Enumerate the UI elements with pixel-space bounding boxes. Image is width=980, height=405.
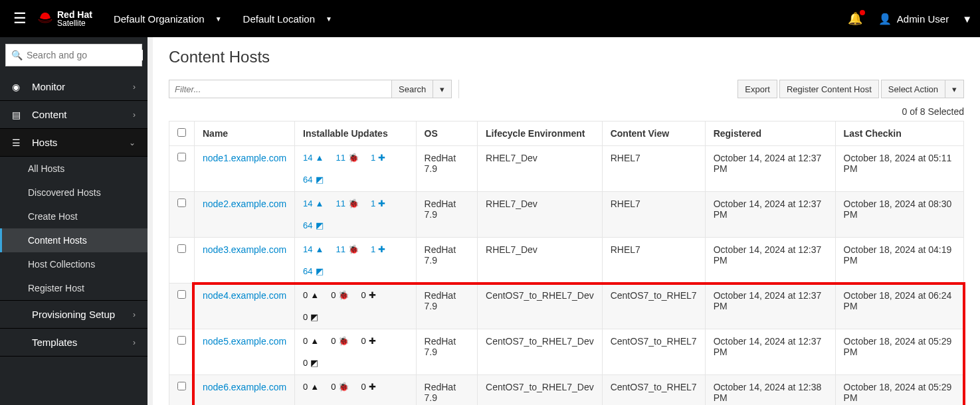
host-link[interactable]: node6.example.com [203,382,286,392]
nav-content-hosts[interactable]: Content Hosts [0,228,147,252]
bug-icon: 🐞 [348,153,359,163]
bugfix-updates[interactable]: 11 🐞 [336,199,358,208]
nav-provisioning[interactable]: Provisioning Setup › [0,300,147,329]
package-updates[interactable]: 64 ◩ [303,220,408,230]
enhancement-updates[interactable]: 1 ✚ [371,153,385,163]
cell-registered: October 14, 2024 at 12:37 PM [705,146,835,192]
nav-discovered-hosts[interactable]: Discovered Hosts [0,181,147,204]
dashboard-icon: ◉ [12,82,25,92]
cell-lifecycle: RHEL7_Dev [478,192,603,238]
notification-dot-icon [860,10,865,15]
register-content-host-button[interactable]: Register Content Host [779,80,879,98]
nav-create-host[interactable]: Create Host [0,204,147,228]
col-registered[interactable]: Registered [705,121,835,146]
filter-input[interactable] [169,80,392,98]
bugfix-updates[interactable]: 11 🐞 [336,153,358,163]
nav-templates[interactable]: Templates › [0,329,147,357]
package-updates[interactable]: 0 ◩ [303,312,408,322]
enhancement-updates[interactable]: 0 ✚ [361,336,375,346]
col-content-view[interactable]: Content View [602,121,705,146]
search-button[interactable]: Search [391,80,433,98]
nav-hosts[interactable]: ☰ Hosts ⌄ [0,129,147,157]
enhancement-updates[interactable]: 1 ✚ [371,199,385,208]
host-link[interactable]: node1.example.com [203,153,286,163]
user-menu-dropdown[interactable]: 👤 Admin User ▼ [878,13,972,25]
nav-register-host[interactable]: Register Host [0,276,147,300]
col-os[interactable]: OS [416,121,477,146]
table-row: node1.example.com14 ▲11 🐞1 ✚64 ◩RedHat 7… [169,146,964,192]
host-link[interactable]: node5.example.com [203,336,286,347]
row-checkbox[interactable] [177,336,186,345]
cell-content-view: CentOS7_to_RHEL7 [602,329,705,375]
cell-content-view: RHEL7 [602,146,705,192]
package-updates[interactable]: 0 ◩ [303,358,408,368]
cell-os: RedHat 7.9 [416,238,477,284]
bugfix-updates[interactable]: 0 🐞 [331,336,349,346]
security-updates[interactable]: 0 ▲ [303,336,319,346]
col-installable[interactable]: Installable Updates [295,121,417,146]
security-updates[interactable]: 14 ▲ [303,199,324,208]
warning-icon: ▲ [310,382,319,392]
location-context-label: Default Location [243,13,315,25]
toolbar-divider [458,80,459,98]
selection-count: 0 of 8 Selected [169,106,964,117]
page-title: Content Hosts [169,48,964,66]
server-icon: ☰ [12,137,25,148]
search-dropdown-button[interactable]: ▾ [433,80,452,98]
security-updates[interactable]: 0 ▲ [303,290,319,300]
cell-last-checkin: October 18, 2024 at 04:19 PM [835,238,963,284]
plus-square-icon: ✚ [369,336,376,346]
package-updates[interactable]: 64 ◩ [303,266,408,276]
sidebar: 🔍 ◉ Monitor › ▤ Content › ☰ Hosts ⌄ All … [0,37,153,405]
col-last-checkin[interactable]: Last Checkin [835,121,963,146]
enhancement-updates[interactable]: 1 ✚ [371,244,385,254]
enhancement-updates[interactable]: 0 ✚ [361,290,375,300]
user-name: Admin User [897,13,949,25]
col-name[interactable]: Name [195,121,295,146]
cell-registered: October 14, 2024 at 12:37 PM [705,238,835,284]
host-link[interactable]: node3.example.com [203,244,286,255]
row-checkbox[interactable] [177,290,186,299]
row-checkbox[interactable] [177,199,186,207]
col-lifecycle[interactable]: Lifecycle Environment [478,121,603,146]
global-search[interactable]: 🔍 [5,44,142,66]
host-link[interactable]: node2.example.com [203,199,286,209]
select-action-button[interactable]: Select Action [881,80,945,98]
select-all-checkbox[interactable] [177,128,186,137]
bug-icon: 🐞 [338,336,349,346]
bugfix-updates[interactable]: 0 🐞 [331,290,349,300]
table-row: node6.example.com0 ▲0 🐞0 ✚0 ◩RedHat 7.9C… [169,375,964,406]
security-updates[interactable]: 14 ▲ [303,244,324,254]
caret-down-icon: ▼ [326,15,332,23]
bugfix-updates[interactable]: 11 🐞 [336,244,358,254]
row-checkbox[interactable] [177,382,186,390]
nav-content[interactable]: ▤ Content › [0,101,147,129]
menu-toggle-icon[interactable]: ☰ [8,5,32,33]
security-updates[interactable]: 0 ▲ [303,382,319,392]
chevron-down-icon: ⌄ [129,138,136,147]
notifications-icon[interactable]: 🔔 [848,11,862,26]
nav-monitor[interactable]: ◉ Monitor › [0,73,147,101]
security-updates[interactable]: 14 ▲ [303,153,324,163]
chevron-right-icon: › [133,310,136,319]
package-updates[interactable]: 64 ◩ [303,175,408,185]
plus-square-icon: ✚ [378,199,385,208]
export-button[interactable]: Export [737,80,777,98]
row-checkbox[interactable] [177,244,186,253]
cell-lifecycle: CentOS7_to_RHEL7_Dev [478,329,603,375]
cell-content-view: CentOS7_to_RHEL7 [602,375,705,406]
user-icon: 👤 [878,13,892,25]
org-context-dropdown[interactable]: Default Organization ▼ [114,13,222,25]
row-checkbox[interactable] [177,153,186,161]
plus-square-icon: ✚ [378,244,385,254]
search-input[interactable] [27,50,143,60]
bugfix-updates[interactable]: 0 🐞 [331,382,349,392]
enhancement-updates[interactable]: 0 ✚ [361,382,375,392]
nav-host-collections[interactable]: Host Collections [0,252,147,276]
select-action-dropdown-button[interactable]: ▾ [945,80,964,98]
location-context-dropdown[interactable]: Default Location ▼ [243,13,332,25]
cell-last-checkin: October 18, 2024 at 05:11 PM [835,146,963,192]
brand-logo: Red Hat Satellite [37,10,92,27]
host-link[interactable]: node4.example.com [203,290,286,301]
nav-all-hosts[interactable]: All Hosts [0,157,147,181]
